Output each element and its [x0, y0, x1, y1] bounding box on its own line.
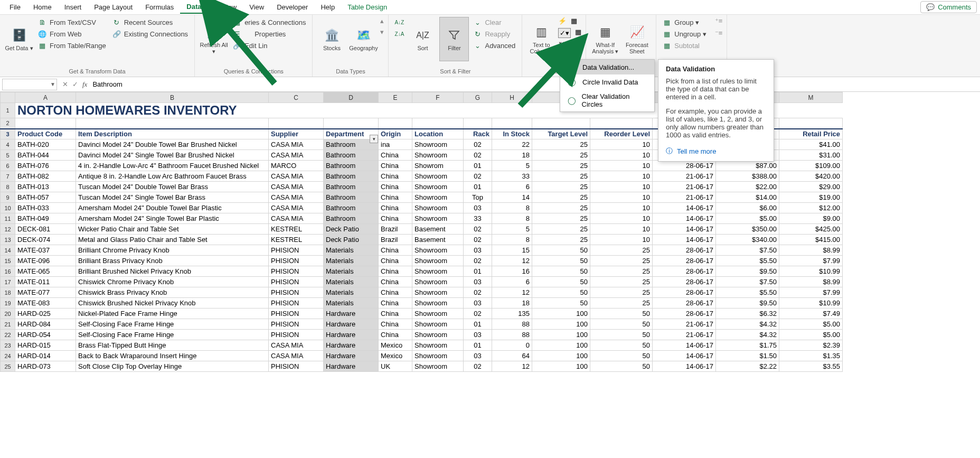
cell[interactable]: CASA MIA: [269, 203, 324, 213]
cell[interactable]: Deck Patio: [324, 224, 379, 235]
cell[interactable]: $31.00: [779, 150, 843, 161]
cell[interactable]: MATE-037: [15, 245, 76, 256]
cell[interactable]: $1.75: [716, 340, 779, 351]
tell-me-more[interactable]: ⓘTell me more: [666, 146, 766, 156]
cell[interactable]: China: [379, 277, 412, 287]
cell[interactable]: CASA MIA: [269, 139, 324, 150]
cell[interactable]: MATE-011: [15, 277, 76, 287]
cell[interactable]: PHISION: [269, 309, 324, 319]
cell[interactable]: 03: [464, 330, 492, 340]
cell[interactable]: China: [379, 245, 412, 256]
row-header[interactable]: 19: [1, 298, 15, 309]
row-header[interactable]: 17: [1, 277, 15, 287]
cell[interactable]: $19.00: [779, 192, 843, 203]
cell[interactable]: $2.39: [779, 340, 843, 351]
column-header-B[interactable]: B: [76, 92, 269, 103]
cell[interactable]: Metal and Glass Patio Chair and Table Se…: [76, 235, 269, 245]
cell[interactable]: 10: [590, 161, 653, 171]
cell[interactable]: CASA MIA: [269, 340, 324, 351]
cell[interactable]: 50: [532, 256, 590, 266]
cell[interactable]: 28-06-17: [653, 256, 716, 266]
cell[interactable]: 14-06-17: [653, 351, 716, 361]
cell[interactable]: PHISION: [269, 330, 324, 340]
cell[interactable]: CASA MIA: [269, 351, 324, 361]
cell[interactable]: 02: [464, 287, 492, 298]
cell[interactable]: $109.00: [779, 161, 843, 171]
cell[interactable]: Hardware: [324, 351, 379, 361]
cell[interactable]: 8: [492, 213, 532, 224]
cell[interactable]: Showroom: [412, 361, 464, 372]
cell[interactable]: 50: [590, 319, 653, 330]
cell[interactable]: Mexico: [379, 340, 412, 351]
data-model-icon[interactable]: ▦: [569, 41, 576, 49]
cell[interactable]: $12.00: [779, 203, 843, 213]
enter-icon[interactable]: ✓: [72, 80, 78, 89]
cell[interactable]: [590, 118, 653, 129]
stocks-button[interactable]: 🏛️ Stocks: [317, 17, 346, 61]
cell[interactable]: BATH-076: [15, 161, 76, 171]
cell[interactable]: PHISION: [269, 319, 324, 330]
cell[interactable]: China: [379, 182, 412, 192]
cell[interactable]: 28-06-17: [653, 298, 716, 309]
cell[interactable]: 25: [532, 192, 590, 203]
cell[interactable]: 28-06-17: [653, 277, 716, 287]
cell[interactable]: 50: [532, 287, 590, 298]
cell[interactable]: China: [379, 192, 412, 203]
tab-help[interactable]: Help: [314, 1, 341, 13]
cell[interactable]: Brilliant Brass Privacy Knob: [76, 256, 269, 266]
cell[interactable]: Chiswick Brass Privacy Knob: [76, 287, 269, 298]
cell[interactable]: China: [379, 309, 412, 319]
cell[interactable]: 25: [532, 235, 590, 245]
cell[interactable]: 64: [492, 351, 532, 361]
cell[interactable]: $5.00: [779, 319, 843, 330]
cell[interactable]: $9.50: [716, 298, 779, 309]
row-header[interactable]: 1: [1, 103, 15, 118]
cell[interactable]: Hardware: [324, 361, 379, 372]
cell[interactable]: Showroom: [412, 319, 464, 330]
cell[interactable]: [269, 118, 324, 129]
cell[interactable]: MATE-077: [15, 287, 76, 298]
cell[interactable]: BATH-020: [15, 139, 76, 150]
cell[interactable]: $420.00: [779, 171, 843, 182]
cell[interactable]: KESTREL: [269, 235, 324, 245]
cell[interactable]: Amersham Model 24" Single Towel Bar Plas…: [76, 213, 269, 224]
cell[interactable]: Tuscan Model 24" Single Towel Bar Brass: [76, 192, 269, 203]
cell[interactable]: Materials: [324, 287, 379, 298]
cell[interactable]: ina: [379, 139, 412, 150]
cell[interactable]: China: [379, 330, 412, 340]
cell[interactable]: Davinci Model 24" Single Towel Bar Brush…: [76, 150, 269, 161]
cell[interactable]: 100: [532, 319, 590, 330]
column-header-G[interactable]: G: [464, 92, 492, 103]
cell[interactable]: $9.50: [716, 266, 779, 277]
cell[interactable]: MATE-065: [15, 266, 76, 277]
cell[interactable]: CASA MIA: [269, 150, 324, 161]
name-box[interactable]: ▼: [2, 79, 57, 90]
cell[interactable]: 50: [590, 330, 653, 340]
cell[interactable]: UK: [379, 361, 412, 372]
row-header[interactable]: 21: [1, 319, 15, 330]
row-header[interactable]: 8: [1, 182, 15, 192]
cell[interactable]: 50: [590, 361, 653, 372]
row-header[interactable]: 25: [1, 361, 15, 372]
cell[interactable]: $10.99: [779, 266, 843, 277]
cell[interactable]: China: [379, 298, 412, 309]
cell[interactable]: $7.99: [779, 287, 843, 298]
cell[interactable]: BATH-044: [15, 150, 76, 161]
cell[interactable]: [464, 118, 492, 129]
cell[interactable]: Tuscan Model 24" Double Towel Bar Brass: [76, 182, 269, 192]
cell[interactable]: 14-06-17: [653, 340, 716, 351]
cell[interactable]: Materials: [324, 298, 379, 309]
group-button[interactable]: ▦Group ▾: [661, 17, 708, 27]
cell[interactable]: Brazil: [379, 224, 412, 235]
cell[interactable]: $8.99: [779, 277, 843, 287]
cell[interactable]: HARD-025: [15, 309, 76, 319]
cell[interactable]: Wicker Patio Chair and Table Set: [76, 224, 269, 235]
cell[interactable]: 21-06-17: [653, 182, 716, 192]
cell[interactable]: 01: [464, 319, 492, 330]
cell[interactable]: 02: [464, 309, 492, 319]
from-web[interactable]: 🌐From Web: [36, 29, 108, 39]
table-header[interactable]: Product Code: [15, 129, 76, 139]
cell[interactable]: [412, 118, 464, 129]
cell[interactable]: China: [379, 213, 412, 224]
cell[interactable]: $1.50: [716, 351, 779, 361]
